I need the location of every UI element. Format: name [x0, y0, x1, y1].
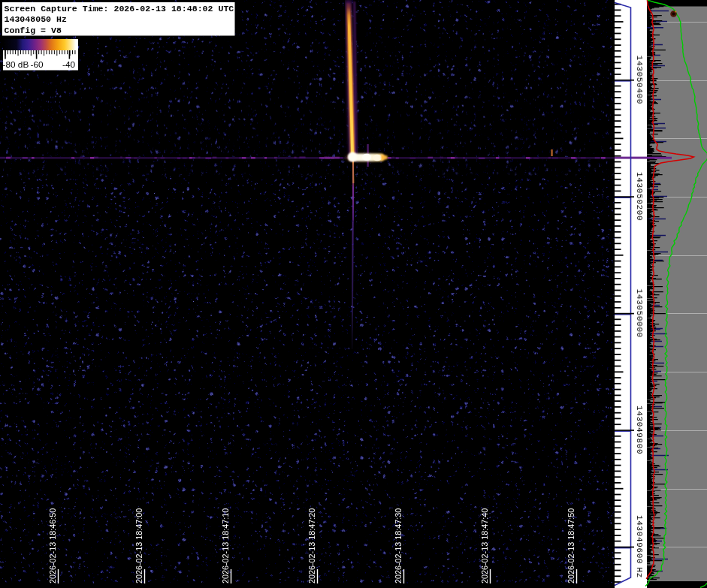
- svg-text:2026-02-13 18:47:00: 2026-02-13 18:47:00: [134, 508, 144, 583]
- svg-text:-60: -60: [31, 59, 44, 70]
- svg-text:2026-02-13 18:46:50: 2026-02-13 18:46:50: [48, 508, 57, 583]
- svg-text:-40: -40: [62, 59, 75, 70]
- svg-text:2026-02-13 18:47:20: 2026-02-13 18:47:20: [307, 508, 316, 583]
- svg-text:Screen Capture Time: 2026-02-1: Screen Capture Time: 2026-02-13 18:48:02…: [5, 4, 234, 14]
- svg-text:143049800: 143049800: [635, 406, 644, 454]
- svg-text:143049600: 143049600: [635, 515, 644, 564]
- svg-text:143050000: 143050000: [635, 289, 644, 338]
- svg-text:2026-02-13 18:47:50: 2026-02-13 18:47:50: [567, 508, 576, 583]
- svg-text:Config = V8: Config = V8: [5, 26, 62, 35]
- svg-text:Hz: Hz: [635, 568, 644, 578]
- svg-text:143050200: 143050200: [635, 172, 644, 221]
- svg-text:2026-02-13 18:47:10: 2026-02-13 18:47:10: [221, 508, 230, 583]
- svg-text:-80 dB: -80 dB: [3, 59, 29, 70]
- svg-text:143050400: 143050400: [635, 56, 644, 104]
- svg-text:2026-02-13 18:47:30: 2026-02-13 18:47:30: [394, 508, 403, 583]
- svg-text:143048050 Hz: 143048050 Hz: [5, 14, 67, 24]
- svg-text:2026-02-13 18:47:40: 2026-02-13 18:47:40: [480, 508, 489, 583]
